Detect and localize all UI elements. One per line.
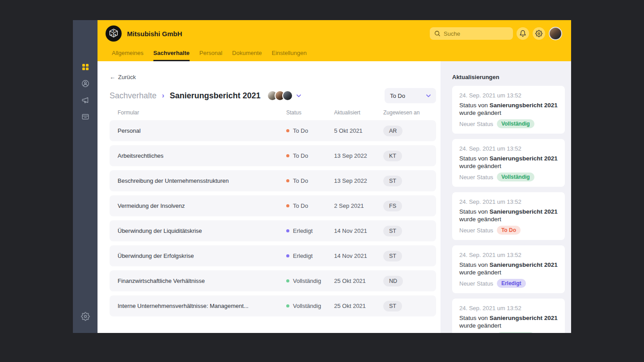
update-card: 24. Sep. 2021 um 13:52 Status von Sanier…	[452, 86, 565, 134]
update-subject: Sanierungsbericht 2021	[490, 315, 558, 321]
tab-sachverhalte[interactable]: Sachverhalte	[153, 47, 190, 61]
table-area: ← Zurück Sachverhalte › Sanierungsberich…	[97, 61, 441, 333]
update-subject: Sanierungsbericht 2021	[490, 261, 558, 268]
chevron-down-icon[interactable]	[297, 94, 301, 97]
assignee-badge: ST	[383, 251, 402, 261]
icon-rail	[73, 20, 97, 333]
update-status-row: Neuer Status Vollständig	[459, 332, 558, 333]
updated-date: 25 Okt 2021	[334, 303, 383, 309]
table-row[interactable]: Arbeitsrechtliches To Do 13 Sep 2022 KT	[110, 145, 436, 166]
page-title: Sanierungsbericht 2021	[169, 91, 260, 101]
status-dot-icon	[286, 204, 289, 207]
status-cell: Erledigt	[286, 253, 334, 259]
status-label: Vollständig	[293, 278, 321, 284]
update-timestamp: 24. Sep. 2021 um 13:52	[459, 305, 558, 311]
back-link[interactable]: ← Zurück	[110, 74, 136, 80]
update-status-row: Neuer Status Vollständig	[459, 173, 558, 181]
new-status-label: Neuer Status	[459, 174, 493, 181]
update-card: 24. Sep. 2021 um 13:52 Status von Sanier…	[452, 139, 565, 187]
column-formular: Formular	[118, 109, 286, 116]
table-row[interactable]: Finanzwirtschaftliche Verhältnisse Volls…	[110, 270, 436, 291]
status-filter-value: To Do	[390, 93, 405, 99]
breadcrumb-parent[interactable]: Sachverhalte	[110, 91, 157, 101]
table-row[interactable]: Überwindung der Liquiditätskrise Erledig…	[110, 220, 436, 241]
search-icon	[434, 30, 441, 37]
update-card: 24. Sep. 2021 um 13:52 Status von Sanier…	[452, 299, 565, 333]
column-aktualisiert: Aktualisiert	[334, 109, 383, 116]
status-cell: Vollständig	[286, 278, 334, 284]
status-filter-dropdown[interactable]: To Do	[385, 88, 436, 103]
status-badge: Erledigt	[497, 279, 526, 288]
svg-text:H: H	[111, 34, 113, 36]
status-label: Erledigt	[293, 227, 313, 234]
update-text: Status von Sanierungsbericht 2021 wurde …	[459, 314, 558, 329]
status-cell: To Do	[286, 202, 334, 209]
table-row[interactable]: Vermeidung der Insolvenz To Do 2 Sep 202…	[110, 195, 436, 216]
update-text: Status von Sanierungsbericht 2021 wurde …	[459, 261, 558, 276]
status-badge: Vollständig	[497, 332, 534, 333]
assignee-badge: AR	[383, 126, 402, 136]
updates-title: Aktualisierungen	[452, 74, 565, 80]
update-timestamp: 24. Sep. 2021 um 13:52	[459, 252, 558, 258]
form-name: Beschreibung der Unternehmensstrukturen	[118, 177, 286, 184]
status-badge: Vollständig	[497, 173, 534, 181]
table-row[interactable]: Personal To Do 5 Okt 2021 AR	[110, 120, 436, 141]
settings-gear-icon[interactable]	[80, 311, 90, 321]
updated-date: 25 Okt 2021	[334, 278, 383, 284]
tab-einstellungen[interactable]: Einstellungen	[272, 47, 307, 61]
search-input[interactable]	[444, 30, 508, 37]
tab-dokumente[interactable]: Dokumente	[232, 47, 262, 61]
form-name: Arbeitsrechtliches	[118, 152, 286, 159]
gear-icon[interactable]	[533, 27, 545, 40]
update-text: Status von Sanierungsbericht 2021 wurde …	[459, 208, 558, 223]
update-timestamp: 24. Sep. 2021 um 13:52	[459, 145, 558, 152]
breadcrumb: Sachverhalte › Sanierungsbericht 2021 To…	[110, 88, 436, 103]
status-dot-icon	[286, 229, 289, 232]
updates-panel: Aktualisierungen 24. Sep. 2021 um 13:52 …	[441, 61, 571, 333]
status-dot-icon	[286, 254, 289, 257]
archive-box-icon[interactable]	[80, 112, 90, 122]
status-label: Vollständig	[293, 303, 321, 309]
status-dot-icon	[286, 154, 289, 157]
assignee-avatars[interactable]	[267, 90, 293, 101]
table-row[interactable]: Beschreibung der Unternehmensstrukturen …	[110, 170, 436, 191]
profile-avatar[interactable]	[549, 27, 562, 40]
tab-allgemeines[interactable]: Allgemeines	[112, 47, 144, 61]
update-status-row: Neuer Status To Do	[459, 226, 558, 235]
form-name: Überwindung der Liquiditätskrise	[118, 227, 286, 234]
user-circle-icon[interactable]	[80, 79, 90, 88]
tab-personal[interactable]: Personal	[199, 47, 222, 61]
status-label: Erledigt	[293, 253, 313, 259]
table-row[interactable]: Interne Unternehmensverhältnisse: Manage…	[110, 295, 436, 316]
status-dot-icon	[286, 279, 289, 282]
assignee-badge: ND	[383, 276, 403, 286]
status-label: To Do	[293, 202, 308, 209]
table-row[interactable]: Überwindung der Erfolgskrise Erledigt 14…	[110, 245, 436, 266]
back-arrow-icon: ←	[110, 74, 115, 80]
update-text: Status von Sanierungsbericht 2021 wurde …	[459, 101, 558, 117]
update-subject: Sanierungsbericht 2021	[490, 155, 558, 162]
form-table: Personal To Do 5 Okt 2021 AR Arbeitsrech…	[110, 120, 436, 316]
bell-icon[interactable]	[517, 27, 529, 40]
new-status-label: Neuer Status	[459, 280, 493, 287]
new-status-label: Neuer Status	[459, 121, 493, 127]
back-label: Zurück	[118, 74, 136, 80]
status-cell: To Do	[286, 177, 334, 184]
main-tabs: Allgemeines Sachverhalte Personal Dokume…	[97, 47, 571, 61]
assignee-badge: KT	[383, 151, 402, 161]
assignee-badge: ST	[383, 176, 402, 186]
form-name: Vermeidung der Insolvenz	[118, 202, 286, 209]
megaphone-icon[interactable]	[80, 95, 90, 105]
form-name: Finanzwirtschaftliche Verhältnisse	[118, 278, 286, 284]
updated-date: 13 Sep 2022	[334, 177, 383, 184]
status-dot-icon	[286, 129, 289, 132]
form-name: Personal	[118, 127, 286, 134]
status-badge: Vollständig	[497, 119, 534, 128]
assignee-avatar	[282, 90, 293, 101]
search-box[interactable]	[430, 27, 513, 40]
dashboard-grid-icon[interactable]	[80, 62, 90, 72]
status-badge: To Do	[497, 226, 521, 235]
update-timestamp: 24. Sep. 2021 um 13:52	[459, 92, 558, 99]
status-cell: To Do	[286, 127, 334, 134]
assignee-badge: FS	[383, 201, 402, 211]
